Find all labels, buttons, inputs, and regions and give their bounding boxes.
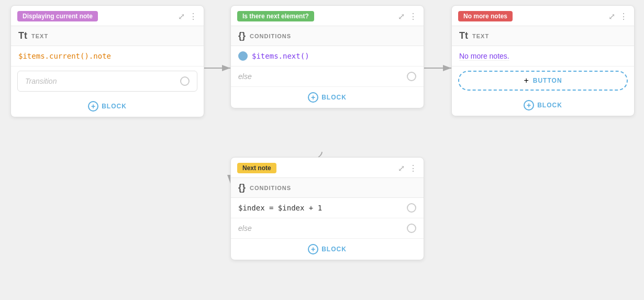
card3-button-plus-icon: + <box>524 76 528 85</box>
card4-icons: ⤢ ⋮ <box>398 163 417 173</box>
card4-section-label: CONDITIONS <box>250 185 291 191</box>
card1-dots-icon[interactable]: ⋮ <box>189 12 197 21</box>
card-next-note: Next note ⤢ ⋮ {} CONDITIONS $index = $in… <box>230 157 424 260</box>
card3-button-label: BUTTON <box>533 77 562 84</box>
card1-icons: ⤢ ⋮ <box>178 12 197 21</box>
card-displaying-current-note: Displaying current note ⤢ ⋮ Tt TEXT $ite… <box>10 5 204 117</box>
card1-transition-block[interactable]: Transition <box>17 71 197 92</box>
card3-add-block[interactable]: + BLOCK <box>452 95 634 116</box>
card1-transition-text: Transition <box>25 77 57 85</box>
card3-section-header: Tt TEXT <box>452 26 634 46</box>
card3-button-block[interactable]: + BUTTON <box>458 71 628 91</box>
card2-dots-icon[interactable]: ⋮ <box>409 12 417 21</box>
card1-section-header: Tt TEXT <box>11 26 204 46</box>
card2-curly-icon: {} <box>238 30 246 41</box>
card3-block-label: BLOCK <box>537 102 562 109</box>
card1-plus-icon: + <box>88 101 98 112</box>
card4-radio2[interactable] <box>407 224 416 233</box>
card4-section-header: {} CONDITIONS <box>231 177 424 198</box>
card3-dots-icon[interactable]: ⋮ <box>619 12 628 21</box>
card1-link-icon[interactable]: ⤢ <box>178 12 185 21</box>
card4-plus-icon: + <box>308 244 318 254</box>
card3-plus-icon: + <box>524 100 534 110</box>
card1-section-label: TEXT <box>31 33 48 39</box>
card4-condition2-row: else <box>231 218 424 239</box>
card4-curly-icon: {} <box>238 182 246 193</box>
card4-radio1[interactable] <box>407 203 416 213</box>
card4-header: Next note ⤢ ⋮ <box>231 158 424 177</box>
card2-add-block[interactable]: + BLOCK <box>231 87 424 108</box>
card2-plus-icon: + <box>308 92 318 103</box>
card4-dots-icon[interactable]: ⋮ <box>409 163 417 173</box>
card2-condition2-row: else <box>231 66 424 87</box>
card2-section-header: {} CONDITIONS <box>231 26 424 46</box>
card3-header: No more notes ⤢ ⋮ <box>452 6 634 26</box>
card-no-more-notes: No more notes ⤢ ⋮ Tt TEXT No more notes.… <box>451 5 635 116</box>
card4-add-block[interactable]: + BLOCK <box>231 239 424 260</box>
card2-condition1-row: $items.next() <box>231 46 424 66</box>
card3-icons: ⤢ ⋮ <box>608 12 628 21</box>
card1-code-block: $items.current().note <box>11 46 204 66</box>
canvas: Displaying current note ⤢ ⋮ Tt TEXT $ite… <box>0 0 644 300</box>
card3-tt-icon: Tt <box>459 30 468 41</box>
card2-radio1[interactable] <box>238 51 248 61</box>
card4-condition1-row: $index = $index + 1 <box>231 198 424 218</box>
card1-add-block[interactable]: + BLOCK <box>11 96 204 117</box>
card4-badge: Next note <box>237 163 276 173</box>
card2-badge: Is there next element? <box>237 11 314 21</box>
card2-header: Is there next element? ⤢ ⋮ <box>231 6 424 26</box>
card2-block-label: BLOCK <box>321 94 347 101</box>
card4-else-text: else <box>238 224 407 232</box>
card3-section-label: TEXT <box>472 33 489 39</box>
card-is-there-next: Is there next element? ⤢ ⋮ {} CONDITIONS… <box>230 5 424 108</box>
card1-block-label: BLOCK <box>102 103 127 110</box>
card1-radio[interactable] <box>180 76 190 86</box>
card2-section-label: CONDITIONS <box>250 33 291 39</box>
card1-code: $items.current().note <box>18 52 111 60</box>
card1-header: Displaying current note ⤢ ⋮ <box>11 6 204 26</box>
card1-tt-icon: Tt <box>18 30 27 41</box>
card4-link-icon[interactable]: ⤢ <box>398 163 405 173</box>
card2-radio2[interactable] <box>407 72 416 81</box>
card4-condition1: $index = $index + 1 <box>238 204 407 212</box>
card1-badge: Displaying current note <box>17 11 98 21</box>
card3-link-icon[interactable]: ⤢ <box>608 12 615 21</box>
card2-else-text: else <box>238 72 407 81</box>
card3-badge: No more notes <box>458 11 513 21</box>
card2-icons: ⤢ ⋮ <box>398 12 417 21</box>
card3-text: No more notes. <box>459 52 509 61</box>
card4-block-label: BLOCK <box>321 246 347 253</box>
card2-condition1: $items.next() <box>252 52 416 60</box>
card3-text-block: No more notes. <box>452 46 634 66</box>
card2-link-icon[interactable]: ⤢ <box>398 12 405 21</box>
